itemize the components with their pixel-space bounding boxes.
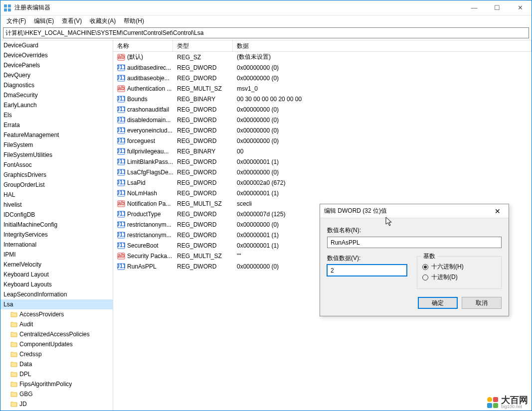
list-row[interactable]: 011LsaPidREG_DWORD0x000002a0 (672) — [113, 177, 532, 188]
folder-icon — [10, 341, 17, 347]
value-name: RunAsPPL — [127, 263, 157, 270]
tree-item-label: IPMI — [3, 251, 16, 258]
tree-item[interactable]: FileSystem — [0, 140, 113, 150]
base-label: 基数 — [421, 252, 437, 261]
svg-rect-47 — [493, 397, 498, 402]
value-data: 0x000002a0 (672) — [233, 179, 532, 187]
minimize-button[interactable]: — — [463, 0, 486, 15]
value-name: restrictanonym... — [127, 221, 172, 228]
tree-item[interactable]: Els — [0, 110, 113, 120]
tree-item-label: Diagnostics — [3, 82, 34, 89]
value-name: auditbasedirec... — [127, 64, 171, 71]
value-type: REG_DWORD — [173, 221, 233, 229]
value-name: forceguest — [127, 137, 155, 144]
tree-item[interactable]: FileSystemUtilities — [0, 150, 113, 160]
watermark-url: big100.net — [501, 405, 528, 409]
list-header: 名称 类型 数据 — [113, 40, 532, 52]
tree-item[interactable]: EarlyLaunch — [0, 100, 113, 110]
tree-item[interactable]: KernelVelocity — [0, 260, 113, 270]
list-row[interactable]: 011everyoneinclud...REG_DWORD0x00000000 … — [113, 125, 532, 136]
svg-text:011: 011 — [117, 211, 125, 217]
menu-item-4[interactable]: 帮助(H) — [120, 16, 148, 26]
tree-item[interactable]: FipsAlgorithmPolicy — [0, 379, 113, 389]
radio-hex[interactable]: 十六进制(H) — [422, 263, 496, 271]
svg-text:011: 011 — [117, 148, 125, 154]
tree-item[interactable]: LeapSecondInformation — [0, 289, 113, 299]
tree-item[interactable]: AccessProviders — [0, 309, 113, 319]
list-row[interactable]: 011fullprivilegeau...REG_BINARY00 — [113, 146, 532, 156]
tree-item-label: DmaSecurity — [3, 92, 38, 99]
value-type: REG_DWORD — [173, 127, 233, 135]
list-row[interactable]: 011BoundsREG_BINARY00 30 00 00 00 20 00 … — [113, 94, 532, 104]
col-header-type[interactable]: 类型 — [173, 40, 233, 51]
tree-item[interactable]: CentralizedAccessPolicies — [0, 329, 113, 339]
cancel-button[interactable]: 取消 — [462, 297, 502, 309]
tree-item[interactable]: FeatureManagement — [0, 130, 113, 140]
value-type: REG_DWORD — [173, 263, 233, 271]
tree-item[interactable]: GroupOrderList — [0, 180, 113, 190]
value-data-field[interactable] — [327, 265, 407, 276]
menu-item-1[interactable]: 编辑(E) — [30, 16, 58, 26]
address-bar[interactable]: 计算机\HKEY_LOCAL_MACHINE\SYSTEM\CurrentCon… — [3, 27, 529, 38]
tree-item[interactable]: GraphicsDrivers — [0, 170, 113, 180]
tree-item[interactable]: FontAssoc — [0, 160, 113, 170]
tree-item[interactable]: DevicePanels — [0, 60, 113, 70]
tree-item[interactable]: DevQuery — [0, 70, 113, 80]
binary-value-icon: 011 — [117, 232, 125, 239]
tree-item[interactable]: HAL — [0, 190, 113, 200]
tree-item[interactable]: hivelist — [0, 200, 113, 210]
tree-item[interactable]: Diagnostics — [0, 80, 113, 90]
svg-text:011: 011 — [117, 179, 125, 186]
tree-item[interactable]: Data — [0, 359, 113, 369]
tree-item[interactable]: DmaSecurity — [0, 90, 113, 100]
menu-item-0[interactable]: 文件(F) — [2, 16, 30, 26]
tree-item[interactable]: Lsa — [0, 299, 113, 309]
svg-text:ab: ab — [118, 200, 125, 207]
col-header-data[interactable]: 数据 — [233, 40, 532, 51]
tree-item[interactable]: DPL — [0, 369, 113, 379]
tree-panel[interactable]: DeviceGuardDeviceOverridesDevicePanelsDe… — [0, 40, 113, 411]
tree-item[interactable]: IDConfigDB — [0, 210, 113, 220]
list-row[interactable]: 011auditbaseobje...REG_DWORD0x00000000 (… — [113, 73, 532, 83]
tree-item[interactable]: DeviceOverrides — [0, 50, 113, 60]
list-row[interactable]: 011auditbasedirec...REG_DWORD0x00000000 … — [113, 62, 532, 73]
tree-item[interactable]: DeviceGuard — [0, 40, 113, 50]
tree-item[interactable]: GBG — [0, 389, 113, 399]
tree-item[interactable]: Errata — [0, 120, 113, 130]
value-type: REG_DWORD — [173, 210, 233, 218]
maximize-button[interactable]: ☐ — [486, 0, 509, 15]
tree-item[interactable]: IntegrityServices — [0, 230, 113, 240]
svg-rect-2 — [4, 8, 7, 11]
dialog-close-button[interactable]: ✕ — [491, 207, 505, 215]
list-row[interactable]: 011crashonauditfailREG_DWORD0x00000000 (… — [113, 104, 532, 115]
menu-item-2[interactable]: 查看(V) — [58, 16, 86, 26]
radio-dec[interactable]: 十进制(D) — [422, 273, 496, 281]
binary-value-icon: 011 — [117, 158, 125, 165]
binary-value-icon: 011 — [117, 179, 125, 186]
list-row[interactable]: abAuthentication ...REG_MULTI_SZmsv1_0 — [113, 83, 532, 94]
tree-item[interactable]: InitialMachineConfig — [0, 220, 113, 230]
tree-item[interactable]: Keyboard Layout — [0, 270, 113, 279]
list-row[interactable]: 011forceguestREG_DWORD0x00000000 (0) — [113, 136, 532, 146]
tree-item[interactable]: JD — [0, 399, 113, 409]
tree-item[interactable]: International — [0, 240, 113, 250]
binary-value-icon: 011 — [117, 96, 125, 103]
list-row[interactable]: 011LsaCfgFlagsDe...REG_DWORD0x00000000 (… — [113, 167, 532, 177]
ok-button[interactable]: 确定 — [418, 297, 458, 309]
tree-item[interactable]: IPMI — [0, 250, 113, 260]
menu-item-3[interactable]: 收藏夹(A) — [86, 16, 120, 26]
tree-item[interactable]: Credssp — [0, 349, 113, 359]
tree-item[interactable]: Keyboard Layouts — [0, 279, 113, 289]
edit-dword-dialog: 编辑 DWORD (32 位)值 ✕ 数值名称(N): 数值数据(V): 基数 … — [320, 204, 509, 316]
tree-item[interactable]: Audit — [0, 319, 113, 329]
list-row[interactable]: 011LimitBlankPass...REG_DWORD0x00000001 … — [113, 156, 532, 167]
list-row[interactable]: 011NoLmHashREG_DWORD0x00000001 (1) — [113, 188, 532, 198]
svg-text:011: 011 — [117, 75, 125, 81]
value-name-field[interactable] — [327, 237, 502, 248]
close-button[interactable]: ✕ — [509, 0, 532, 15]
col-header-name[interactable]: 名称 — [113, 40, 173, 51]
svg-text:011: 011 — [117, 263, 125, 270]
list-row[interactable]: ab(默认)REG_SZ(数值未设置) — [113, 52, 532, 62]
tree-item[interactable]: ComponentUpdates — [0, 339, 113, 349]
list-row[interactable]: 011disabledomain...REG_DWORD0x00000000 (… — [113, 115, 532, 125]
